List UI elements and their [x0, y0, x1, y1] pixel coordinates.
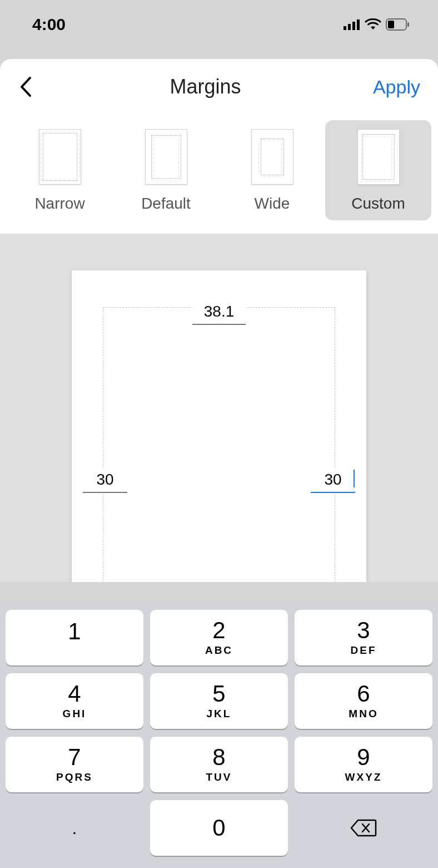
preset-wide-label: Wide	[255, 195, 290, 213]
preset-default-label: Default	[141, 195, 191, 213]
status-bar: 4:00	[0, 0, 438, 49]
page-preview: 38.1 30 30	[72, 270, 366, 582]
key-6[interactable]: 6 MNO	[295, 673, 432, 729]
backspace-icon	[350, 818, 377, 838]
key-2[interactable]: 2 ABC	[150, 610, 288, 665]
battery-icon	[386, 18, 410, 31]
status-icons	[344, 18, 410, 31]
margin-presets: Narrow Default Wide Custom	[0, 110, 438, 234]
key-0[interactable]: 0	[150, 800, 288, 856]
preset-narrow-label: Narrow	[34, 195, 84, 213]
margin-left-input[interactable]: 30	[83, 468, 127, 493]
svg-rect-2	[352, 22, 355, 30]
key-3[interactable]: 3 DEF	[295, 610, 432, 665]
key-9[interactable]: 9 WXYZ	[295, 737, 432, 792]
page-preview-area: 38.1 30 30	[0, 234, 438, 582]
svg-rect-5	[388, 21, 394, 28]
preset-default-thumb	[145, 129, 187, 185]
preset-narrow[interactable]: Narrow	[7, 120, 113, 220]
preset-custom-label: Custom	[351, 195, 405, 213]
key-period[interactable]: .	[6, 800, 143, 856]
margin-right-input[interactable]: 30	[311, 468, 355, 493]
preset-custom[interactable]: Custom	[325, 120, 431, 220]
key-4[interactable]: 4 GHI	[6, 673, 143, 729]
back-button[interactable]	[13, 75, 38, 99]
page-title: Margins	[170, 75, 241, 98]
preset-default[interactable]: Default	[113, 120, 219, 220]
preset-wide[interactable]: Wide	[219, 120, 325, 220]
wifi-icon	[365, 18, 381, 31]
margin-top-input[interactable]: 38.1	[192, 300, 246, 325]
status-time: 4:00	[32, 15, 66, 34]
key-7[interactable]: 7 PQRS	[6, 737, 143, 792]
margins-sheet: Margins Apply Narrow Default Wide Custom	[0, 59, 438, 234]
chevron-left-icon	[19, 76, 32, 97]
svg-rect-0	[344, 26, 346, 30]
svg-rect-3	[357, 19, 360, 30]
svg-rect-1	[348, 24, 351, 30]
svg-rect-6	[407, 22, 409, 27]
navigation-header: Margins Apply	[0, 59, 438, 110]
key-backspace[interactable]	[295, 800, 432, 856]
cellular-signal-icon	[344, 19, 360, 30]
preset-wide-thumb	[251, 129, 293, 185]
preset-narrow-thumb	[39, 129, 81, 185]
numeric-keyboard: 1 2 ABC 3 DEF 4 GHI 5 JKL 6 MNO 7 PQRS	[0, 603, 438, 868]
key-1[interactable]: 1	[6, 610, 143, 665]
key-8[interactable]: 8 TUV	[150, 737, 288, 792]
apply-button[interactable]: Apply	[373, 76, 420, 98]
text-caret	[354, 470, 355, 487]
key-5[interactable]: 5 JKL	[150, 673, 288, 729]
margin-guide-box	[103, 307, 335, 582]
preset-custom-thumb	[357, 129, 400, 185]
